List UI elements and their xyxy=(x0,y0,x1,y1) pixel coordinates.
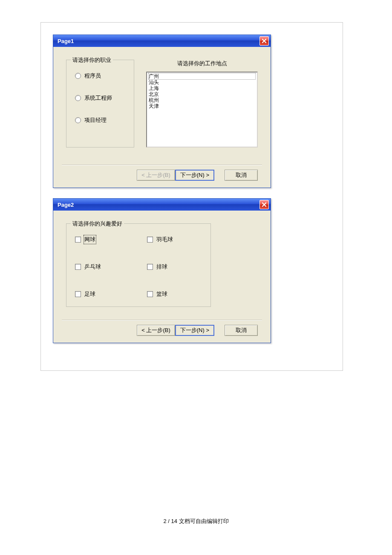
dialog-client: 请选择你的兴趣爱好 网球 羽毛球 乒乓球 xyxy=(53,211,271,343)
checkbox-label: 排球 xyxy=(156,263,167,271)
radio-icon xyxy=(75,73,81,79)
checkbox-label: 乒乓球 xyxy=(84,263,101,271)
dialog-page1: Page1 请选择你的职业 程序员 系统工程师 xyxy=(53,35,271,188)
separator xyxy=(62,320,262,321)
radio-icon xyxy=(75,117,81,123)
checkbox-icon xyxy=(75,291,81,297)
button-bar: < 上一步(B) 下一步(N) > 取消 xyxy=(66,170,258,181)
list-item[interactable]: 天津 xyxy=(149,103,255,109)
occupation-group: 请选择你的职业 程序员 系统工程师 项目经理 xyxy=(66,60,134,147)
radio-label: 程序员 xyxy=(84,72,101,80)
check-pingpong[interactable]: 乒乓球 xyxy=(75,263,130,271)
radio-label: 项目经理 xyxy=(84,116,107,124)
check-basketball[interactable]: 篮球 xyxy=(147,290,202,298)
list-item[interactable]: 北京 xyxy=(149,91,255,97)
location-listbox[interactable]: 广州 汕头 上海 北京 杭州 天津 xyxy=(146,72,258,147)
cancel-button[interactable]: 取消 xyxy=(225,170,258,181)
checkbox-icon xyxy=(147,264,153,270)
checkbox-label: 足球 xyxy=(84,290,95,298)
checkbox-icon xyxy=(75,264,81,270)
checkbox-label: 篮球 xyxy=(156,290,167,298)
radio-label: 系统工程师 xyxy=(84,94,112,102)
back-button[interactable]: < 上一步(B) xyxy=(137,325,175,336)
document-page: Page1 请选择你的职业 程序员 系统工程师 xyxy=(40,22,343,371)
radio-icon xyxy=(75,95,81,101)
hobby-group: 请选择你的兴趣爱好 网球 羽毛球 乒乓球 xyxy=(66,223,211,307)
radio-programmer[interactable]: 程序员 xyxy=(75,72,125,80)
window-title: Page2 xyxy=(58,202,74,208)
occupation-legend: 请选择你的职业 xyxy=(71,56,113,64)
close-icon xyxy=(262,38,267,43)
checkbox-icon xyxy=(147,291,153,297)
next-button[interactable]: 下一步(N) > xyxy=(175,325,214,336)
checkbox-label: 羽毛球 xyxy=(156,236,173,243)
hobby-legend: 请选择你的兴趣爱好 xyxy=(71,220,124,228)
list-item[interactable]: 上海 xyxy=(149,85,255,91)
dialog-page2: Page2 请选择你的兴趣爱好 网球 xyxy=(53,198,271,343)
list-item[interactable]: 汕头 xyxy=(149,79,255,85)
next-button[interactable]: 下一步(N) > xyxy=(175,170,214,181)
button-bar: < 上一步(B) 下一步(N) > 取消 xyxy=(66,325,258,336)
close-button[interactable] xyxy=(259,200,269,209)
location-label: 请选择你的工作地点 xyxy=(146,60,258,67)
check-football[interactable]: 足球 xyxy=(75,290,130,298)
list-item[interactable]: 广州 xyxy=(149,73,255,79)
back-button: < 上一步(B) xyxy=(137,170,175,181)
checkbox-icon xyxy=(147,237,153,243)
check-badminton[interactable]: 羽毛球 xyxy=(147,236,202,243)
cancel-button[interactable]: 取消 xyxy=(225,325,258,336)
radio-sysengineer[interactable]: 系统工程师 xyxy=(75,94,125,102)
dialog-client: 请选择你的职业 程序员 系统工程师 项目经理 请选择你的工作地 xyxy=(53,47,271,188)
page-footer: 2 / 14 文档可自由编辑打印 xyxy=(0,517,392,525)
checkbox-label: 网球 xyxy=(84,236,95,243)
check-tennis[interactable]: 网球 xyxy=(75,236,130,243)
window-title: Page1 xyxy=(58,38,74,44)
check-volleyball[interactable]: 排球 xyxy=(147,263,202,271)
radio-projectmgr[interactable]: 项目经理 xyxy=(75,116,125,124)
close-icon xyxy=(262,202,267,207)
list-item[interactable]: 杭州 xyxy=(149,97,255,103)
titlebar[interactable]: Page1 xyxy=(53,35,271,47)
close-button[interactable] xyxy=(259,36,269,46)
titlebar[interactable]: Page2 xyxy=(53,199,271,211)
separator xyxy=(62,165,262,165)
checkbox-icon xyxy=(75,237,81,243)
